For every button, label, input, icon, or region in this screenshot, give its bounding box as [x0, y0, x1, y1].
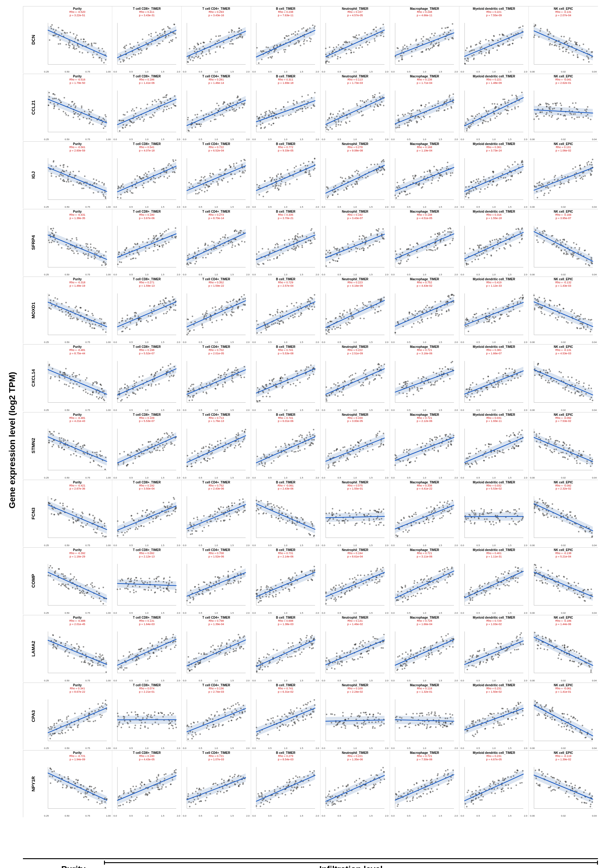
svg-point-7624: [200, 800, 201, 802]
svg-point-6685: [553, 647, 555, 649]
svg-point-3427: [58, 375, 60, 377]
svg-point-1466: [130, 190, 131, 192]
x-axis-ticks-10-0: 0.250.500.751.00: [43, 747, 112, 750]
svg-point-5084: [378, 511, 380, 513]
svg-point-5605: [198, 584, 200, 585]
svg-point-2176: [132, 258, 133, 260]
svg-point-4173: [148, 441, 149, 443]
svg-point-7037: [294, 722, 296, 724]
svg-point-6737: [105, 703, 106, 704]
svg-point-526: [484, 55, 486, 56]
svg-point-440: [430, 47, 431, 49]
plot-cell-fcn3-2: T cell CD4+_TIMERRho = 0.752p = 2.43e-06…: [182, 480, 251, 547]
svg-point-6665: [547, 645, 549, 646]
svg-point-7269: [518, 703, 520, 704]
svg-point-5875: [407, 599, 409, 600]
svg-point-1065: [357, 111, 358, 112]
col-title-11-6: Myeloid dendritic cell_TIMER: [473, 751, 515, 755]
svg-point-7569: [209, 793, 211, 794]
col-title-2-5: Macrophage_TIMER: [410, 142, 439, 146]
svg-point-5193: [439, 518, 441, 519]
svg-point-5478: [127, 589, 129, 590]
plot-cell-fcn3-1: T cell CD8+_TIMERRho = 0.192p = 3.50e-04…: [112, 480, 182, 547]
svg-point-2761: [76, 306, 77, 307]
svg-line-1595: [187, 166, 246, 191]
plot-area-1-7: [529, 85, 598, 138]
svg-point-6900: [234, 708, 236, 709]
svg-point-3572: [214, 379, 215, 381]
x-axis-ticks-1-0: 0.250.500.751.00: [43, 138, 112, 141]
svg-point-4866: [152, 512, 154, 514]
col-title-9-3: B cell_TIMER: [276, 616, 295, 619]
svg-point-6690: [562, 645, 563, 646]
row-plots-npy1r: PurityRho = -0.721p = 1.94e-09 0.250.500…: [43, 750, 598, 817]
svg-point-1048: [362, 100, 363, 102]
svg-point-6462: [341, 662, 343, 663]
svg-point-865: [210, 120, 211, 122]
svg-point-1758: [348, 176, 349, 177]
svg-point-2676: [591, 263, 592, 264]
svg-point-5003: [300, 517, 302, 519]
svg-point-4086: [100, 455, 101, 457]
svg-point-2818: [151, 319, 153, 321]
svg-point-1121: [428, 102, 430, 104]
svg-point-1102: [411, 113, 412, 115]
svg-point-3870: [493, 379, 495, 381]
svg-point-3340: [566, 321, 567, 322]
svg-point-569: [476, 44, 477, 45]
svg-point-1054: [331, 116, 333, 118]
plot-area-10-4: [320, 694, 390, 747]
col-title-10-5: Macrophage_TIMER: [410, 683, 439, 687]
svg-point-6603: [479, 650, 480, 651]
svg-point-2955: [278, 320, 279, 321]
svg-point-7322: [552, 707, 553, 708]
svg-point-3522: [121, 388, 122, 389]
svg-point-1774: [401, 191, 403, 193]
svg-point-4723: [73, 521, 74, 523]
svg-point-2686: [563, 238, 565, 240]
svg-point-4435: [332, 465, 334, 466]
svg-point-4683: [562, 457, 564, 458]
svg-point-7874: [412, 797, 413, 799]
svg-point-6912: [224, 711, 226, 713]
svg-point-4526: [432, 439, 433, 441]
svg-point-5237: [493, 524, 494, 526]
svg-point-4175: [117, 464, 119, 465]
svg-point-1486: [163, 176, 165, 177]
svg-point-3161: [409, 313, 410, 315]
svg-point-5027: [294, 523, 296, 524]
svg-point-2735: [53, 300, 55, 301]
svg-point-218: [191, 56, 193, 58]
svg-point-4910: [206, 521, 208, 523]
plot-header-6-2: T cell CD4+_TIMERRho = 0.713p = 1.76e-13: [182, 413, 251, 423]
svg-point-7939: [519, 782, 521, 784]
svg-point-4220: [217, 444, 219, 446]
plot-area-3-2: [182, 220, 251, 273]
svg-point-2717: [72, 310, 74, 312]
svg-point-4024: [584, 388, 586, 390]
svg-point-7108: [358, 715, 359, 716]
svg-point-5607: [204, 582, 205, 583]
plot-cell-fcn3-6: Myeloid dendritic cell_TIMERRho = 0.032p…: [459, 480, 529, 547]
svg-point-2751: [105, 332, 107, 333]
svg-point-872: [226, 110, 227, 111]
svg-point-8041: [592, 795, 593, 797]
svg-point-7522: [171, 773, 173, 775]
svg-point-1095: [412, 109, 414, 110]
svg-point-7520: [136, 785, 137, 787]
svg-point-5199: [415, 522, 416, 524]
svg-point-1576: [206, 190, 208, 191]
svg-point-4279: [203, 458, 205, 460]
plot-header-0-3: B cell_TIMERRho = 0.238p = 7.63e-11: [251, 6, 320, 17]
svg-point-3574: [217, 385, 218, 386]
svg-point-7964: [501, 791, 502, 792]
svg-point-2073: [82, 252, 84, 254]
svg-point-3585: [191, 399, 193, 401]
svg-point-5566: [209, 585, 210, 587]
svg-point-2566: [521, 238, 522, 240]
svg-point-3771: [339, 385, 340, 387]
svg-point-7537: [126, 801, 128, 803]
svg-point-2711: [68, 315, 69, 317]
svg-point-1882: [465, 186, 467, 188]
svg-point-7138: [345, 727, 346, 729]
